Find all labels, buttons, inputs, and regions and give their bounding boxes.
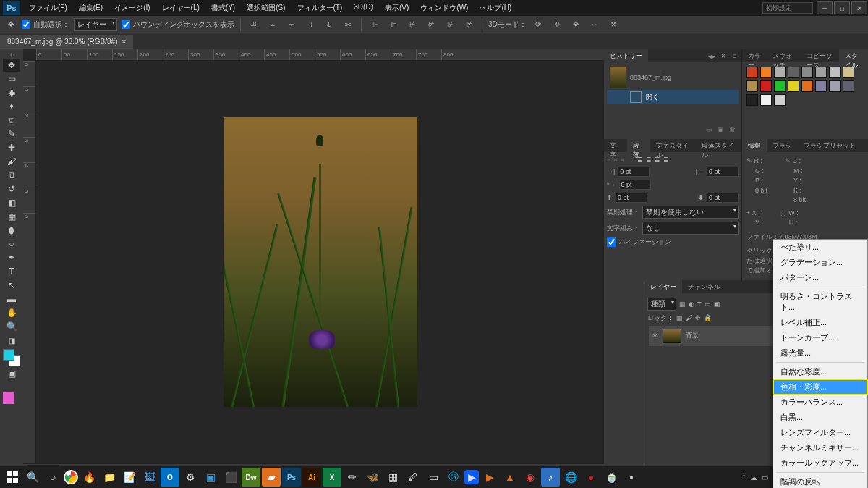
style-swatch[interactable] [788, 80, 799, 92]
minimize-button[interactable]: ─ [817, 1, 833, 14]
align-center-icon[interactable]: ≡ [613, 156, 617, 164]
screenshot-icon[interactable]: ▣ [201, 468, 220, 487]
new-snapshot-icon[interactable]: ▭ [704, 125, 714, 135]
trash-icon[interactable]: 🗑 [727, 125, 737, 135]
filter-adjust-icon[interactable]: ◐ [689, 300, 694, 308]
tab-brush[interactable]: ブラシ [767, 139, 798, 152]
default-colors-icon[interactable]: ◨ [3, 334, 20, 347]
lasso-tool[interactable]: ◉ [3, 86, 20, 99]
sublime-icon[interactable]: ▰ [262, 468, 281, 487]
illustrator-icon[interactable]: Ai [302, 468, 321, 487]
menu-edit[interactable]: 編集(E) [73, 0, 109, 16]
app1-icon[interactable]: ⬛ [221, 468, 240, 487]
justify-all-icon[interactable]: ≣ [663, 156, 669, 164]
align-top-icon[interactable]: ⫡ [247, 17, 261, 32]
menu-3d[interactable]: 3D(D) [348, 0, 379, 16]
tab-copysrc[interactable]: コピーソース [801, 49, 839, 62]
dist-left-icon[interactable]: ⊭ [424, 17, 438, 32]
app6-icon[interactable]: ▶ [480, 468, 499, 487]
style-swatch[interactable] [801, 80, 813, 92]
firefox-icon[interactable]: 🔥 [80, 468, 98, 487]
dodge-tool[interactable]: ○ [3, 237, 20, 251]
style-swatch[interactable] [801, 67, 813, 78]
close-button[interactable]: ✕ [851, 1, 867, 14]
dist-vcenter-icon[interactable]: ⊫ [386, 17, 401, 32]
align-hcenter-icon[interactable]: ⫝ [322, 17, 336, 32]
ctx-トーンカーブ[interactable]: トーンカーブ... [773, 330, 867, 345]
panel-menu-icon[interactable]: ≡ [730, 51, 740, 61]
style-swatch[interactable] [746, 67, 758, 78]
panel-close-icon[interactable]: × [718, 51, 728, 61]
style-swatch[interactable] [746, 80, 758, 92]
align-right-icon[interactable]: ⫘ [341, 17, 355, 32]
ctx-自然な彩度[interactable]: 自然な彩度... [773, 364, 867, 379]
search-icon[interactable]: 🔍 [23, 468, 42, 487]
visibility-icon[interactable]: 👁 [652, 332, 658, 340]
excel-icon[interactable]: X [323, 468, 341, 487]
clone-tool[interactable]: ⧉ [3, 169, 20, 182]
eyedropper-tool[interactable]: ✎ [3, 127, 20, 140]
type-tool[interactable]: T [3, 265, 20, 278]
tab-brushpreset[interactable]: ブラシプリセット [798, 139, 861, 152]
ctx-グラデーション[interactable]: グラデーション... [773, 255, 867, 270]
settings-icon[interactable]: ⚙ [181, 468, 200, 487]
ctx-パターン[interactable]: パターン... [773, 270, 867, 285]
app2-icon[interactable]: ✏ [343, 468, 362, 487]
3d-pan-icon[interactable]: ✥ [569, 17, 583, 32]
photoshop-icon[interactable]: Ps [282, 468, 301, 487]
toolbox-grip[interactable]: ≫ [3, 51, 20, 58]
ctx-露光量[interactable]: 露光量... [773, 345, 867, 361]
dist-bottom-icon[interactable]: ⊬ [405, 17, 420, 32]
blur-tool[interactable]: ⬮ [3, 224, 20, 237]
indent-left-field[interactable] [618, 167, 650, 177]
dist-hcenter-icon[interactable]: ⊮ [443, 17, 457, 32]
dist-right-icon[interactable]: ⊯ [461, 17, 476, 32]
app5-icon[interactable]: ▭ [424, 468, 443, 487]
globe-icon[interactable]: 🌐 [561, 468, 580, 487]
3d-scale-icon[interactable]: ⤧ [606, 17, 621, 32]
menu-image[interactable]: イメージ(I) [109, 0, 156, 16]
foreground-color[interactable] [3, 349, 14, 361]
layer-filter-select[interactable]: 種類 [647, 298, 676, 311]
crop-tool[interactable]: ⟄ [3, 114, 20, 127]
menu-select[interactable]: 選択範囲(S) [241, 0, 291, 16]
color-swap[interactable] [3, 349, 20, 366]
show-bbox-check[interactable] [122, 20, 130, 29]
style-swatch[interactable] [760, 67, 772, 78]
menu-window[interactable]: ウィンドウ(W) [414, 0, 474, 16]
hyphen-check[interactable] [607, 237, 616, 247]
align-right-icon[interactable]: ≡ [621, 156, 624, 164]
style-swatch[interactable] [815, 80, 827, 92]
filter-shape-icon[interactable]: ▭ [705, 300, 711, 308]
style-swatch[interactable] [746, 94, 758, 106]
style-swatch[interactable] [788, 67, 799, 78]
filter-type-icon[interactable]: T [697, 300, 702, 308]
ctx-カラールックアップ[interactable]: カラールックアップ... [773, 455, 867, 471]
lock-move-icon[interactable]: ✥ [695, 314, 701, 321]
canvas[interactable] [36, 61, 604, 463]
show-bbox-checkbox[interactable]: バウンディングボックスを表示 [122, 20, 234, 30]
menu-type[interactable]: 書式(Y) [205, 0, 241, 16]
tab-color[interactable]: カラー [742, 49, 767, 62]
style-swatch[interactable] [815, 67, 827, 78]
justify-left-icon[interactable]: ≣ [637, 156, 643, 164]
maximize-button[interactable]: □ [834, 1, 850, 14]
hand-tool[interactable]: ✋ [3, 306, 20, 319]
style-swatch[interactable] [829, 67, 841, 78]
skype-icon[interactable]: Ⓢ [444, 468, 463, 487]
history-snapshot[interactable]: 883467_m.jpg [607, 65, 739, 90]
ctx-明るさコントラスト[interactable]: 明るさ・コントラスト... [773, 289, 867, 315]
style-swatch[interactable] [774, 67, 786, 78]
panel-collapse-icon[interactable]: ◂▸ [707, 51, 717, 61]
menu-view[interactable]: 表示(V) [379, 0, 414, 16]
auto-select-checkbox[interactable]: 自動選択： [22, 20, 69, 30]
brush-tool[interactable]: 🖌 [3, 155, 20, 168]
photos-icon[interactable]: 🖼 [140, 468, 159, 487]
style-swatch[interactable] [760, 94, 772, 106]
style-swatch[interactable] [774, 94, 786, 106]
ruler-horizontal[interactable]: 0501001502002503003504004505005506006507… [36, 49, 604, 61]
app3-icon[interactable]: ▦ [383, 468, 402, 487]
quickmask-tool[interactable]: ▣ [3, 367, 20, 380]
camera-icon[interactable]: ▣ [715, 125, 726, 135]
style-swatch[interactable] [843, 67, 854, 78]
